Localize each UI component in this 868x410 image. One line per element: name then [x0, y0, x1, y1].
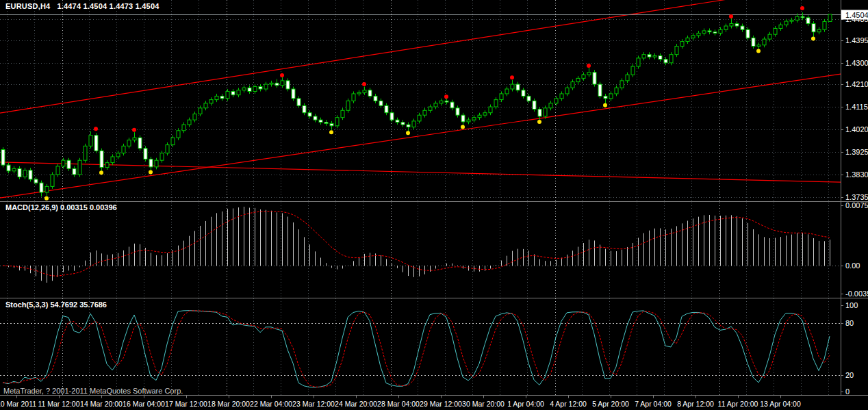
candle-bear — [303, 105, 306, 112]
time-axis-label: 5 Apr 20:00 — [592, 400, 629, 408]
candle-bull — [281, 81, 284, 86]
time-axis-label: 14 Mar 20:00 — [80, 400, 123, 408]
price-axis-label: 1.4020 — [845, 125, 868, 133]
candle-bull — [478, 115, 481, 117]
macd-axis-label: 0.00754 — [845, 201, 868, 209]
candle-bull — [12, 168, 16, 170]
candle-bear — [138, 138, 142, 149]
stoch-axis-label: 20 — [845, 371, 854, 379]
macd-axis-label: 0.00 — [845, 261, 860, 270]
candle-bear — [220, 96, 224, 98]
candle-bear — [806, 18, 810, 24]
candle-bull — [78, 160, 81, 175]
candle-bull — [122, 146, 125, 153]
candle-bull — [763, 39, 766, 45]
candle-bull — [587, 73, 591, 75]
candle-bull — [105, 163, 109, 168]
buy-signal-dot — [537, 120, 541, 124]
candle-bull — [160, 153, 164, 160]
candle-bear — [248, 88, 251, 91]
candle-bull — [127, 140, 131, 146]
candle-bear — [1, 150, 5, 166]
candle-bull — [730, 24, 733, 26]
sell-signal-dot — [94, 127, 98, 131]
candle-bull — [439, 101, 443, 103]
candle-bull — [429, 107, 432, 110]
time-axis-label: 30 Mar 20:00 — [462, 400, 505, 408]
candle-bull — [237, 90, 240, 95]
candle-bear — [73, 168, 76, 175]
price-axis-label: 1.4210 — [845, 80, 868, 88]
candle-bear — [259, 87, 262, 89]
buy-signal-dot — [461, 125, 465, 129]
candle-bull — [686, 38, 689, 41]
candle-bear — [648, 55, 651, 57]
candle-bear — [401, 123, 405, 125]
stoch-axis-label: 80 — [845, 319, 854, 327]
trendline-upper-channel — [0, 0, 841, 113]
candle-bull — [576, 78, 580, 81]
candle-bull — [549, 103, 552, 108]
candle-bull — [341, 110, 344, 117]
candle-bull — [253, 87, 257, 92]
candle-bull — [697, 33, 700, 35]
candle-bull — [571, 82, 574, 88]
candle-bear — [664, 60, 667, 63]
candle-bull — [188, 120, 191, 125]
candle-bull — [193, 114, 196, 120]
candle-bear — [812, 24, 815, 32]
price-axis-label: 1.4300 — [845, 59, 868, 67]
candle-bear — [746, 29, 750, 38]
candle-bull — [84, 146, 87, 160]
candle-bull — [653, 55, 656, 57]
buy-signal-dot — [406, 131, 410, 135]
candle-bear — [741, 26, 744, 29]
candle-bull — [199, 108, 202, 114]
candle-bear — [538, 110, 541, 116]
time-axis-label: 8 Apr 12:00 — [677, 400, 714, 408]
candle-bull — [357, 92, 361, 94]
candle-bull — [790, 20, 793, 21]
time-axis-label: 4 Apr 12:00 — [550, 400, 587, 408]
candle-bull — [784, 21, 788, 25]
candle-bull — [719, 29, 722, 33]
candle-bull — [412, 121, 416, 127]
candle-bear — [390, 113, 394, 120]
sell-signal-dot — [510, 75, 514, 79]
stoch-axis-label: 100 — [845, 301, 858, 309]
candle-bear — [231, 91, 235, 94]
candle-bull — [62, 160, 65, 166]
candle-bull — [554, 99, 558, 103]
candle-bear — [708, 31, 711, 32]
candle-bear — [604, 96, 607, 98]
buy-signal-dot — [603, 103, 607, 107]
candle-bull — [177, 131, 180, 138]
candle-bear — [456, 108, 459, 115]
time-axis-label: 10 Mar 2011 — [0, 400, 36, 408]
chart-canvas[interactable]: 1.44851.43951.43001.42101.41151.40201.39… — [0, 0, 868, 410]
candle-bull — [209, 100, 213, 103]
candle-bull — [642, 55, 646, 58]
candle-bull — [155, 160, 158, 167]
candle-bear — [286, 81, 290, 89]
candle-bull — [182, 125, 186, 131]
macd-histogram — [3, 207, 830, 283]
candle-bull — [511, 84, 514, 89]
candle-bull — [335, 118, 339, 126]
candle-bear — [450, 102, 454, 108]
candle-bear — [94, 136, 98, 151]
sell-signal-dot — [362, 82, 366, 86]
sell-signal-dot — [800, 6, 804, 10]
sell-signal-dot — [444, 94, 448, 99]
candle-bull — [226, 91, 229, 98]
buy-signal-dot — [99, 170, 103, 175]
candle-bear — [292, 89, 295, 99]
stoch-axis-label: 0 — [845, 387, 850, 396]
candle-bull — [489, 107, 492, 113]
candle-bear — [7, 165, 10, 171]
buy-signal-dot — [329, 130, 333, 134]
candle-bull — [204, 103, 207, 108]
candle-bear — [598, 84, 602, 96]
candle-bull — [133, 138, 136, 140]
buy-signal-dot — [811, 36, 815, 40]
